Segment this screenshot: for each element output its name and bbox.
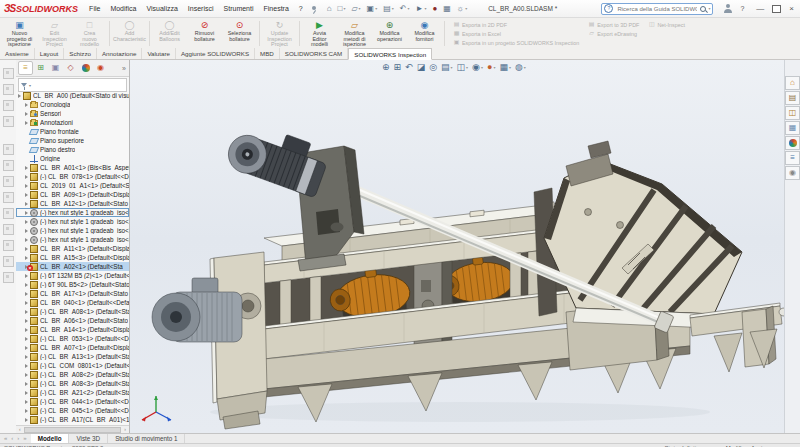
scrollbar-thumb[interactable] xyxy=(24,427,122,433)
expand-arrow-icon[interactable] xyxy=(25,400,28,404)
prev-tab-button[interactable]: ‹ xyxy=(10,434,14,443)
tree-item[interactable]: CL_BR_A17<1> (Default<Stato d xyxy=(16,289,129,298)
tree-item[interactable]: (-) hex nut style 1 gradeab_iso<1 xyxy=(16,208,129,217)
zoom-area-icon[interactable]: ⊞ xyxy=(392,61,404,74)
tree-item[interactable]: (-) CL_BR_078<1> (Default<<Def xyxy=(16,172,129,181)
edit-suppliers-button[interactable]: ◉Modifica fornitori xyxy=(407,19,442,48)
save-icon[interactable]: ▣▾ xyxy=(365,2,380,16)
tree-item[interactable]: CL_BR_A06<1> (Default<Stato xyxy=(16,316,129,325)
tree-item[interactable]: CL_BR_A00 (Default<Stato di visualizz xyxy=(16,91,129,100)
tree-item[interactable]: (-) CL_COM_0801<1> (Default<< xyxy=(16,361,129,370)
previous-view-icon[interactable]: ↶ xyxy=(403,61,415,74)
close-button[interactable]: × xyxy=(789,4,794,14)
print-icon[interactable]: ▤▾ xyxy=(381,2,396,16)
help-search-box[interactable]: ? ▾ xyxy=(601,3,713,15)
hide-show-items-icon[interactable]: ◉▾ xyxy=(470,61,485,74)
view-orientation-icon[interactable]: ▤▾ xyxy=(439,61,455,74)
edit-appearance-icon[interactable]: ●▾ xyxy=(485,61,497,74)
search-icon[interactable] xyxy=(699,5,707,13)
tree-item[interactable]: Cronologia xyxy=(16,100,129,109)
search-caret-icon[interactable]: ▾ xyxy=(708,6,710,11)
expand-arrow-icon[interactable] xyxy=(25,193,28,197)
custom-properties-icon[interactable]: ≡ xyxy=(785,151,800,165)
expand-arrow-icon[interactable] xyxy=(25,211,28,215)
select-icon[interactable]: ►▾ xyxy=(413,2,428,16)
tree-item[interactable]: Origine xyxy=(16,154,129,163)
new-document-icon[interactable]: □▾ xyxy=(336,2,348,16)
tab-aggiunte-solidworks[interactable]: Aggiunte SOLIDWORKS xyxy=(176,48,255,59)
home-icon[interactable]: ⌂ xyxy=(325,2,334,16)
expand-arrow-icon[interactable] xyxy=(25,391,28,395)
tree-item[interactable]: (-) CL_BR_044<1> (Default<<Def xyxy=(16,397,129,406)
tree-item[interactable]: (-) 6T 132M B5 (2)<1> (Default<< xyxy=(16,271,129,280)
tree-item[interactable]: (-) CL_BR_A17(CL_BR_A01)<1> xyxy=(16,415,129,424)
tree-item[interactable]: CL_BR_A01<1> (Bis<Bis_Aspet xyxy=(16,163,129,172)
expand-arrow-icon[interactable] xyxy=(25,220,28,224)
tree-item[interactable]: (-) hex nut style 1 gradeab_iso<4 xyxy=(16,235,129,244)
doc-tab-studio-di-movimento-1[interactable]: Studio di movimento 1 xyxy=(108,434,185,443)
tab-solidworks-cam[interactable]: SOLIDWORKS CAM xyxy=(280,48,348,59)
menu-modifica[interactable]: Modifica xyxy=(105,0,141,18)
fm-tabs-overflow[interactable]: » xyxy=(122,65,129,72)
tab-solidworks-inspection[interactable]: SOLIDWORKS Inspection xyxy=(348,48,432,60)
select-balloons-button[interactable]: ⊙Seleziona bollature xyxy=(222,19,257,48)
dimxpert-tab[interactable]: ◇ xyxy=(63,61,78,75)
expand-arrow-icon[interactable] xyxy=(25,229,28,233)
expand-arrow-icon[interactable] xyxy=(25,382,28,386)
expand-arrow-icon[interactable] xyxy=(18,94,21,98)
expand-arrow-icon[interactable] xyxy=(25,247,28,251)
tree-item[interactable]: (-) CL_BR_045<1> (Default<<Def xyxy=(16,406,129,415)
remove-balloons-button[interactable]: ⊘Rimuovi bollature xyxy=(187,19,222,48)
tab-annotazione[interactable]: Annotazione xyxy=(97,48,142,59)
doc-tab-viste-3d[interactable]: Viste 3D xyxy=(69,434,108,443)
launch-template-editor-button[interactable]: ▶Avvia Editor modelli xyxy=(302,19,337,48)
tree-filter-box[interactable]: ▾ xyxy=(18,78,127,92)
tree-item[interactable]: (-) CL_BR_A13<1> (Default<Stato xyxy=(16,352,129,361)
search-input[interactable] xyxy=(615,5,699,13)
options-icon[interactable]: ☼▾ xyxy=(455,2,469,16)
expand-arrow-icon[interactable] xyxy=(25,238,28,242)
scroll-right-arrow[interactable]: › xyxy=(122,426,128,433)
expand-arrow-icon[interactable] xyxy=(25,364,28,368)
annotation-views-icon[interactable]: ◎ xyxy=(427,61,439,74)
tree-item[interactable]: (-) CL_BR_A08<1> (Default<Stato xyxy=(16,307,129,316)
first-tab-button[interactable]: « xyxy=(3,434,8,443)
expand-arrow-icon[interactable] xyxy=(25,175,28,179)
menu-inserisci[interactable]: Inserisci xyxy=(183,0,219,18)
configurations-tab[interactable]: ▣ xyxy=(48,61,63,75)
expand-arrow-icon[interactable] xyxy=(25,274,28,278)
displaymanager-tab[interactable] xyxy=(78,61,93,75)
undo-icon[interactable]: ↶▾ xyxy=(398,2,412,16)
last-tab-button[interactable]: » xyxy=(22,434,27,443)
menu-file[interactable]: File xyxy=(84,0,105,18)
menu-finestra[interactable]: Finestra xyxy=(259,0,294,18)
rebuild-icon[interactable]: ● xyxy=(430,2,439,16)
expand-arrow-icon[interactable] xyxy=(25,256,28,260)
apply-scene-icon[interactable]: ▦▾ xyxy=(497,61,513,74)
tree-item[interactable]: (-) hex nut style 1 gradeab_iso<3 xyxy=(16,226,129,235)
tree-item[interactable]: (-) hex nut style 1 gradeab_iso<2 xyxy=(16,217,129,226)
tree-item[interactable]: (-) CL_BR_A08<3> (Default<Stato xyxy=(16,379,129,388)
tree-item[interactable]: Piano frontale xyxy=(16,127,129,136)
minimize-button[interactable]: — xyxy=(756,4,764,14)
filter-caret-icon[interactable]: ▾ xyxy=(29,83,31,88)
expand-arrow-icon[interactable] xyxy=(25,283,28,287)
tree-item[interactable]: Piano superiore xyxy=(16,136,129,145)
tree-item[interactable]: CL_BR_040<1> (Default<<Default xyxy=(16,298,129,307)
expand-arrow-icon[interactable] xyxy=(25,355,28,359)
expand-arrow-icon[interactable] xyxy=(25,121,28,125)
tab-mbd[interactable]: MBD xyxy=(255,48,280,59)
expand-arrow-icon[interactable] xyxy=(25,337,28,341)
display-style-icon[interactable]: ◫▾ xyxy=(455,61,471,74)
design-library-icon[interactable]: ▤ xyxy=(785,91,800,105)
tree-item[interactable]: CL_BR_A14<1> (Default<Display xyxy=(16,325,129,334)
featuremanager-tree-tab[interactable]: ≡ xyxy=(18,61,33,75)
restore-button[interactable] xyxy=(772,5,781,13)
tab-valutare[interactable]: Valutare xyxy=(142,48,176,59)
expand-arrow-icon[interactable] xyxy=(25,202,28,206)
menu-strumenti[interactable]: Strumenti xyxy=(219,0,259,18)
components-grid-icon[interactable]: ▦ xyxy=(441,2,453,16)
appearances-scenes-icon[interactable] xyxy=(785,136,800,150)
propertymanager-tab[interactable]: ⊞ xyxy=(33,61,48,75)
file-explorer-icon[interactable]: ◫ xyxy=(785,106,800,120)
